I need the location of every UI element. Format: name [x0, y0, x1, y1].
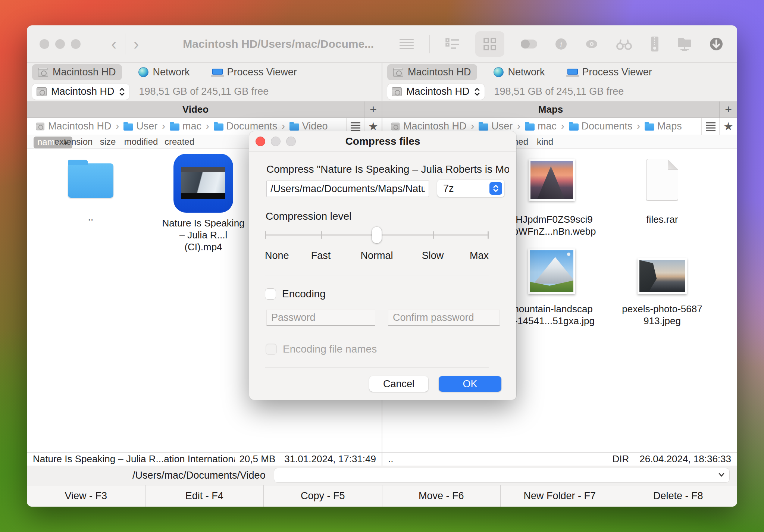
drive-selector-left[interactable]: Macintosh HD: [32, 84, 129, 100]
search-binoculars-icon[interactable]: [615, 37, 633, 51]
column-created[interactable]: created: [165, 137, 194, 147]
tab-label: Network: [153, 66, 190, 78]
breadcrumb-item[interactable]: Macintosh HD: [35, 121, 112, 132]
favorites-star-icon[interactable]: ★: [719, 118, 737, 135]
format-select[interactable]: 7z: [437, 180, 504, 197]
slider-handle[interactable]: [372, 227, 382, 243]
add-tab-button-right[interactable]: +: [719, 101, 737, 118]
copy-f5-button[interactable]: Copy - F5: [264, 485, 382, 507]
file-label-line2: – Julia R...l (CI).mp4: [159, 229, 247, 253]
drive-name: Macintosh HD: [51, 86, 115, 97]
add-tab-button-left[interactable]: +: [364, 101, 382, 118]
folder-tab-video[interactable]: Video: [27, 104, 364, 115]
tab-macintosh-hd-right[interactable]: Macintosh HD: [387, 64, 477, 80]
file-label-line1: Nature Is Speaking: [159, 217, 247, 229]
divider: [265, 275, 489, 275]
ok-button[interactable]: OK: [439, 376, 501, 392]
free-space-label: 198,51 GB of 245,11 GB free: [494, 86, 624, 97]
chevron-up-down-icon: [119, 87, 125, 97]
cancel-button[interactable]: Cancel: [369, 376, 428, 392]
breadcrumb-item[interactable]: mac: [525, 121, 557, 132]
password-field[interactable]: [266, 310, 375, 326]
list-view-icon[interactable]: [445, 37, 460, 51]
chevron-down-icon[interactable]: [717, 470, 726, 481]
download-icon[interactable]: [708, 36, 724, 52]
folder-tab-maps[interactable]: Maps: [382, 104, 719, 115]
encoding-checkbox-row[interactable]: Encoding: [265, 288, 326, 300]
tab-process-viewer-left[interactable]: Process Viewer: [206, 64, 303, 80]
compression-slider[interactable]: [265, 226, 489, 244]
close-window-button[interactable]: [40, 39, 49, 49]
tab-label: Macintosh HD: [408, 66, 471, 78]
grid-view-icon[interactable]: [475, 31, 504, 57]
status-file-date: 31.01.2024, 17:31:49: [284, 453, 376, 465]
file-label-line2: e-14541...51gxa.jpg: [504, 315, 599, 327]
toggle-icon[interactable]: [519, 37, 539, 51]
archive-path-input[interactable]: [266, 181, 429, 197]
breadcrumb-item[interactable]: Documents: [214, 121, 278, 132]
preview-eye-icon[interactable]: [583, 37, 600, 51]
breadcrumb-separator: ›: [161, 121, 166, 132]
status-selected-file: ..: [388, 453, 393, 465]
forward-icon[interactable]: ›: [125, 36, 147, 52]
tab-macintosh-hd-left[interactable]: Macintosh HD: [32, 64, 122, 80]
file-item-video-mp4[interactable]: Nature Is Speaking – Julia R...l (CI).mp…: [159, 154, 247, 253]
video-file-icon: [173, 154, 233, 213]
file-item-pexels-jpeg[interactable]: pexels-photo-5687 913.jpeg: [619, 258, 705, 327]
svg-text:i: i: [560, 40, 562, 49]
file-item-rar-archive[interactable]: files.rar: [619, 159, 705, 225]
laptop-icon: [567, 69, 578, 75]
tab-network-left[interactable]: Network: [132, 64, 196, 80]
tab-network-right[interactable]: Network: [488, 64, 551, 80]
confirm-password-field[interactable]: [388, 310, 500, 326]
folder-icon: [645, 123, 654, 131]
info-icon[interactable]: i: [554, 37, 569, 51]
breadcrumb-item[interactable]: Video: [289, 121, 328, 132]
compress-files-dialog: Compress files Compress "Nature Is Speak…: [249, 131, 516, 400]
zoom-window-button[interactable]: [71, 39, 81, 49]
archive-zipper-icon[interactable]: [648, 36, 661, 52]
path-menu-icon[interactable]: [701, 118, 719, 135]
move-f6-button[interactable]: Move - F6: [382, 485, 501, 507]
column-kind[interactable]: kind: [537, 137, 553, 147]
level-slow-label: Slow: [422, 250, 444, 262]
column-extension[interactable]: extension: [54, 137, 93, 147]
tab-process-viewer-right[interactable]: Process Viewer: [561, 64, 658, 80]
slider-tick: [265, 231, 266, 239]
column-modified[interactable]: modified: [124, 137, 158, 147]
breadcrumb-item[interactable]: Macintosh HD: [390, 121, 467, 132]
folder-icon: [479, 123, 488, 131]
new-folder-f7-button[interactable]: New Folder - F7: [501, 485, 619, 507]
dialog-zoom-button[interactable]: [286, 137, 296, 146]
title-bar: ‹ › Macintosh HD/Users/mac/Docume... i: [27, 25, 737, 63]
sidebar-icon[interactable]: [399, 37, 414, 51]
breadcrumb-item[interactable]: User: [123, 121, 157, 132]
file-item-webp-image[interactable]: cHJpdmF0ZS9sci9 pbWFnZ...nBn.webp: [504, 159, 599, 237]
breadcrumb-item[interactable]: mac: [170, 121, 201, 132]
dialog-title: Compress files: [345, 135, 420, 147]
back-icon[interactable]: ‹: [103, 36, 125, 52]
file-item-parent-folder[interactable]: ..: [63, 158, 118, 223]
breadcrumb-item[interactable]: Documents: [569, 121, 633, 132]
command-input[interactable]: [274, 468, 730, 483]
hard-drive-icon: [37, 87, 47, 96]
dialog-close-button[interactable]: [256, 137, 265, 146]
dialog-minimize-button[interactable]: [271, 137, 281, 146]
breadcrumb-separator: ›: [205, 121, 210, 132]
breadcrumb-item[interactable]: User: [479, 121, 513, 132]
edit-f4-button[interactable]: Edit - F4: [145, 485, 264, 507]
tab-label: Macintosh HD: [53, 66, 116, 78]
breadcrumb-separator: ›: [115, 121, 120, 132]
network-folder-icon[interactable]: [676, 36, 693, 52]
breadcrumb-item[interactable]: Maps: [645, 121, 682, 132]
drive-name: Macintosh HD: [406, 86, 470, 97]
encoding-checkbox[interactable]: [265, 288, 276, 300]
view-f3-button[interactable]: View - F3: [27, 485, 145, 507]
file-item-mountain-jpg[interactable]: mountain-landscap e-14541...51gxa.jpg: [504, 248, 599, 327]
globe-icon: [494, 67, 504, 77]
minimize-window-button[interactable]: [55, 39, 65, 49]
column-size[interactable]: size: [100, 137, 116, 147]
folder-icon: [569, 123, 579, 131]
delete-f8-button[interactable]: Delete - F8: [619, 485, 738, 507]
drive-selector-right[interactable]: Macintosh HD: [387, 84, 485, 100]
